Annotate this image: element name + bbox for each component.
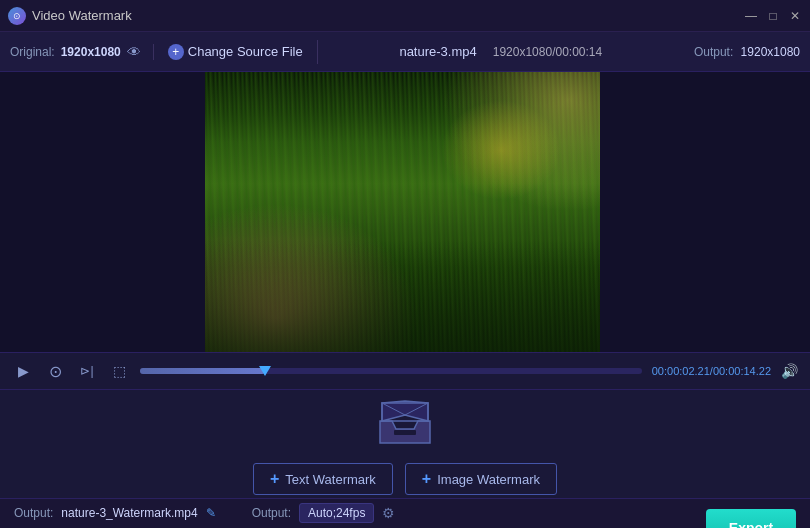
watermark-area: + Text Watermark + Image Watermark bbox=[0, 390, 810, 498]
volume-icon[interactable]: 🔊 bbox=[781, 363, 798, 379]
title-left: ⊙ Video Watermark bbox=[8, 7, 132, 25]
output-file-label: Output: bbox=[14, 506, 53, 520]
format-settings-icon[interactable]: ⚙ bbox=[382, 505, 395, 521]
play-button[interactable]: ▶ bbox=[12, 360, 34, 382]
file-name: nature-3.mp4 bbox=[399, 44, 476, 59]
original-label: Original: bbox=[10, 45, 55, 59]
text-watermark-label: Text Watermark bbox=[285, 472, 376, 487]
main-area bbox=[0, 72, 810, 352]
plus-icon-image: + bbox=[422, 470, 431, 488]
file-dimensions: 1920x1080/00:00:14 bbox=[493, 45, 602, 59]
export-button[interactable]: Export bbox=[706, 509, 796, 529]
eye-icon[interactable]: 👁 bbox=[127, 44, 141, 60]
stop-button[interactable]: ⊙ bbox=[44, 360, 66, 382]
plus-icon-text: + bbox=[270, 470, 279, 488]
file-info: nature-3.mp4 1920x1080/00:00:14 bbox=[318, 44, 684, 59]
edit-filename-icon[interactable]: ✎ bbox=[206, 506, 216, 520]
format-value: Auto;24fps bbox=[299, 503, 374, 523]
change-source-label: Change Source File bbox=[188, 44, 303, 59]
window-controls: — □ ✕ bbox=[744, 9, 802, 23]
output-info: Output: 1920x1080 bbox=[684, 45, 800, 59]
output-file-row: Output: nature-3_Watermark.mp4 ✎ Output:… bbox=[14, 503, 395, 523]
add-watermark-icon bbox=[370, 393, 440, 449]
bottom-bar: Output: nature-3_Watermark.mp4 ✎ Output:… bbox=[0, 498, 810, 528]
format-label: Output: bbox=[252, 506, 291, 520]
restore-button[interactable]: □ bbox=[766, 9, 780, 23]
crop-button[interactable]: ⬚ bbox=[108, 360, 130, 382]
minimize-button[interactable]: — bbox=[744, 9, 758, 23]
add-icon: + bbox=[168, 44, 184, 60]
time-display: 00:00:02.21/00:00:14.22 bbox=[652, 365, 771, 377]
progress-thumb[interactable] bbox=[259, 366, 271, 376]
text-watermark-button[interactable]: + Text Watermark bbox=[253, 463, 393, 495]
progress-fill bbox=[140, 368, 265, 374]
left-panel bbox=[0, 72, 205, 352]
change-source-button[interactable]: + Change Source File bbox=[154, 40, 318, 64]
video-frame bbox=[205, 72, 600, 352]
original-size: 1920x1080 bbox=[61, 45, 121, 59]
svg-rect-2 bbox=[394, 430, 416, 435]
watermark-buttons: + Text Watermark + Image Watermark bbox=[253, 463, 557, 495]
app-logo: ⊙ bbox=[8, 7, 26, 25]
output-section: Output: nature-3_Watermark.mp4 ✎ Output:… bbox=[14, 503, 690, 529]
close-button[interactable]: ✕ bbox=[788, 9, 802, 23]
controls-bar: ▶ ⊙ ⊳| ⬚ 00:00:02.21/00:00:14.22 🔊 bbox=[0, 352, 810, 390]
app-title: Video Watermark bbox=[32, 8, 132, 23]
progress-bar[interactable] bbox=[140, 368, 642, 374]
original-info: Original: 1920x1080 👁 bbox=[10, 44, 154, 60]
right-panel bbox=[600, 72, 810, 352]
step-forward-button[interactable]: ⊳| bbox=[76, 360, 98, 382]
main-toolbar: Original: 1920x1080 👁 + Change Source Fi… bbox=[0, 32, 810, 72]
video-preview bbox=[205, 72, 600, 352]
image-watermark-button[interactable]: + Image Watermark bbox=[405, 463, 557, 495]
output-file-name: nature-3_Watermark.mp4 bbox=[61, 506, 197, 520]
title-bar: ⊙ Video Watermark — □ ✕ bbox=[0, 0, 810, 32]
image-watermark-label: Image Watermark bbox=[437, 472, 540, 487]
